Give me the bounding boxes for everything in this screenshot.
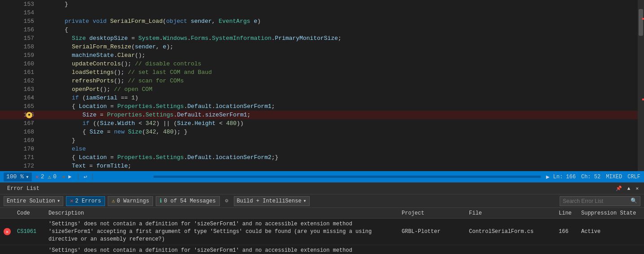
line-content-162: refreshPorts(); // scan for COMs — [39, 77, 184, 84]
funnel-icon-btn[interactable]: ⛭ — [223, 197, 231, 205]
error-list-toolbar: Entire Solution ▾ ✕ 2 Errors ⚠ 0 Warning… — [0, 194, 644, 208]
line-number-153: 153 — [0, 1, 39, 8]
warnings-filter-icon: ⚠ — [112, 198, 115, 204]
col-suppression-header[interactable]: Suppression State — [579, 210, 642, 216]
build-filter-dropdown[interactable]: Build + IntelliSense ▾ — [234, 196, 310, 206]
status-bar-right: Ln: 166 Ch: 52 MIXED CRLF — [553, 174, 640, 180]
code-line-167: 167− if ((Size.Width < 342) || (Size.Hei… — [0, 119, 638, 128]
encoding-indicator: MIXED — [606, 174, 622, 180]
line-number-171: 171 — [0, 154, 39, 161]
code-line-173: 173if ((Location.X < -20) || (Location.X… — [0, 170, 638, 171]
maximize-button[interactable]: ▲ — [626, 186, 632, 191]
line-content-157: Size desktopSize = System.Windows.Forms.… — [39, 35, 342, 42]
error-table-header: Code Description Project File Line Suppr… — [0, 208, 644, 219]
col-description-header[interactable]: Description — [47, 210, 400, 216]
code-line-161: 161loadSettings(); // set last COM and B… — [0, 68, 638, 77]
line-number-155: 155− — [0, 18, 39, 25]
collapse-icon-170[interactable]: − — [31, 146, 33, 151]
code-editor: 153}154155−private void SerialForm_Load(… — [0, 0, 644, 171]
panel-header-controls: 📌 ▲ ✕ — [614, 185, 640, 191]
error-table: Code Description Project File Line Suppr… — [0, 208, 644, 254]
undo-icon[interactable]: ↩ — [83, 173, 87, 181]
warnings-filter-btn[interactable]: ⚠ 0 Warnings — [108, 196, 153, 206]
code-line-171: 171{ Location = Properties.Settings.Defa… — [0, 153, 638, 162]
line-content-163: openPort(); // open COM — [39, 86, 152, 93]
error-count: 2 — [41, 173, 44, 180]
code-line-170: 170−else — [0, 145, 638, 153]
line-number-166: 166● — [0, 112, 39, 118]
close-panel-button[interactable]: ✕ — [634, 185, 640, 191]
scroll-right-arrow[interactable]: ▶ — [546, 173, 550, 181]
line-content-153: } — [39, 1, 68, 8]
scope-dropdown[interactable]: Entire Solution ▾ — [4, 196, 63, 206]
code-line-155: 155−private void SerialForm_Load(object … — [0, 17, 638, 26]
line-content-156: { — [39, 26, 68, 33]
horizontal-scroll-bar[interactable] — [100, 176, 541, 178]
line-content-165: { Location = Properties.Settings.Default… — [39, 103, 275, 110]
warnings-filter-label: 0 Warnings — [117, 198, 149, 204]
line-content-171: { Location = Properties.Settings.Default… — [39, 154, 278, 161]
right-scrollbar[interactable] — [638, 0, 644, 171]
line-content-154 — [39, 9, 65, 16]
line-content-168: { Size = new Size(342, 480); } — [39, 129, 188, 135]
code-line-157: 157Size desktopSize = System.Windows.For… — [0, 34, 638, 43]
pin-button[interactable]: 📌 — [614, 185, 624, 191]
line-number-159: 159 — [0, 52, 39, 59]
error-circle-icon-0: ✕ — [4, 228, 11, 235]
col-project-header[interactable]: Project — [400, 210, 467, 216]
funnel-icon: ⛭ — [224, 198, 229, 204]
line-number-161: 161 — [0, 69, 39, 76]
code-line-160: 160updateControls(); // disable controls — [0, 60, 638, 68]
code-line-166: 166● Size = Properties.Settings.Default.… — [0, 111, 638, 119]
zoom-control[interactable]: 100 % ▾ — [4, 172, 32, 181]
line-number-163: 163 — [0, 86, 39, 93]
status-bar: 100 % ▾ ✕ 2 ⚠ 0 ◀ ▶ │ ↩ │ ▶ Ln: 166 Ch: … — [0, 171, 644, 182]
line-content-159: machineState.Clear(); — [39, 52, 145, 59]
zoom-dropdown-icon[interactable]: ▾ — [26, 173, 29, 181]
error-list-panel: Error List 📌 ▲ ✕ Entire Solution ▾ ✕ 2 E… — [0, 182, 644, 254]
ln-indicator: Ln: 166 — [553, 174, 576, 180]
code-line-153: 153} — [0, 0, 638, 9]
messages-filter-label: 0 of 54 Messages — [164, 198, 215, 204]
line-number-162: 162 — [0, 77, 39, 84]
line-number-156: 156 — [0, 26, 39, 33]
line-content-158: SerialForm_Resize(sender, e); — [39, 43, 173, 50]
code-line-162: 162refreshPorts(); // scan for COMs — [0, 77, 638, 85]
messages-filter-btn[interactable]: ℹ 0 of 54 Messages — [156, 196, 219, 206]
errors-filter-label: 2 Errors — [75, 198, 101, 204]
line-content-167: if ((Size.Width < 342) || (Size.Height <… — [39, 120, 244, 127]
collapse-icon-167[interactable]: − — [31, 121, 33, 126]
line-number-165: 165 — [0, 103, 39, 110]
line-number-154: 154 — [0, 9, 39, 16]
code-line-158: 158SerialForm_Resize(sender, e); — [0, 43, 638, 51]
line-ending-indicator: CRLF — [627, 174, 640, 180]
col-file-header[interactable]: File — [467, 210, 557, 216]
code-line-154: 154 — [0, 9, 638, 17]
col-line-header[interactable]: Line — [557, 210, 579, 216]
errors-filter-icon: ✕ — [70, 198, 73, 204]
code-line-163: 163openPort(); // open COM — [0, 85, 638, 94]
error-description-1: 'Settings' does not contain a definition… — [47, 246, 400, 254]
line-number-160: 160 — [0, 60, 39, 67]
error-row-1[interactable]: ✕CS1061'Settings' does not contain a def… — [0, 245, 644, 254]
error-row-0[interactable]: ✕CS1061'Settings' does not contain a def… — [0, 219, 644, 245]
code-line-165: 165{ Location = Properties.Settings.Defa… — [0, 102, 638, 111]
back-arrow[interactable]: ◀ — [60, 173, 66, 180]
forward-arrow[interactable]: ▶ — [67, 173, 73, 180]
error-file-0: ControlSerialForm.cs — [467, 228, 557, 235]
collapse-icon-164[interactable]: − — [31, 95, 33, 100]
error-icon: ✕ — [35, 173, 39, 181]
search-error-box[interactable]: 🔍 — [560, 196, 640, 206]
build-filter-label: Build + IntelliSense — [237, 198, 302, 204]
line-number-164: 164− — [0, 95, 39, 101]
code-lines: 153}154155−private void SerialForm_Load(… — [0, 0, 638, 171]
errors-filter-btn[interactable]: ✕ 2 Errors — [66, 196, 105, 206]
error-indicator-166: ● — [26, 112, 32, 118]
line-content-161: loadSettings(); // set last COM and Baud — [39, 69, 212, 76]
line-number-172: 172 — [0, 163, 39, 169]
collapse-icon-155[interactable]: − — [31, 19, 33, 24]
warning-count: 0 — [53, 173, 57, 180]
col-code-header[interactable]: Code — [15, 210, 47, 216]
line-content-160: updateControls(); // disable controls — [39, 60, 202, 67]
search-error-input[interactable] — [563, 198, 631, 204]
